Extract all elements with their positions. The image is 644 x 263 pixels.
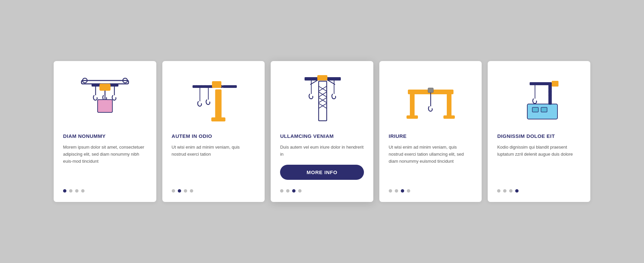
card-1-text: Morem ipsum dolor sit amet, consectetuer… bbox=[63, 144, 147, 180]
dot bbox=[503, 189, 506, 193]
dot bbox=[401, 189, 404, 193]
svg-rect-39 bbox=[407, 115, 418, 119]
card-1-dots bbox=[63, 187, 85, 193]
svg-rect-10 bbox=[215, 90, 221, 120]
dot bbox=[178, 189, 181, 193]
dot bbox=[184, 189, 187, 193]
dot bbox=[190, 189, 193, 193]
card-5-title: DIGNISSIM DOLOE EIT bbox=[497, 133, 555, 140]
svg-rect-51 bbox=[530, 82, 552, 85]
card-4-text: Ut wisi enim ad minim veniam, quis nostr… bbox=[389, 144, 473, 180]
dot bbox=[81, 189, 85, 193]
dot bbox=[172, 189, 175, 193]
svg-rect-0 bbox=[82, 81, 128, 84]
dot bbox=[69, 189, 72, 193]
svg-rect-40 bbox=[443, 115, 455, 119]
card-2-icon bbox=[172, 71, 256, 125]
card-3-icon bbox=[280, 71, 364, 125]
card-3-text: Duis autem vel eum iriure dolor in hendr… bbox=[280, 144, 364, 158]
dot bbox=[298, 189, 302, 193]
card-2-dots bbox=[172, 187, 193, 193]
card-3-title: ULLAMCING VENIAM bbox=[280, 133, 334, 140]
card-2-title: AUTEM IN ODIO bbox=[172, 133, 212, 140]
more-info-button[interactable]: MORE INFO bbox=[280, 165, 364, 180]
dot bbox=[497, 189, 500, 193]
card-3-dots bbox=[280, 187, 302, 193]
svg-rect-52 bbox=[552, 81, 558, 87]
dot bbox=[286, 189, 289, 193]
svg-rect-18 bbox=[212, 81, 221, 88]
card-3: ULLAMCING VENIAM Duis autem vel eum iriu… bbox=[271, 61, 373, 202]
dot bbox=[509, 189, 513, 193]
svg-rect-37 bbox=[410, 94, 415, 118]
dot bbox=[63, 189, 66, 193]
cards-container: DIAM NONUMMY Morem ipsum dolor sit amet,… bbox=[54, 61, 590, 202]
svg-rect-11 bbox=[211, 117, 225, 121]
svg-rect-41 bbox=[428, 88, 433, 93]
card-2: AUTEM IN ODIO Ut wisi enim ad minim veni… bbox=[162, 61, 265, 202]
svg-rect-35 bbox=[317, 75, 327, 81]
svg-rect-38 bbox=[447, 94, 451, 118]
dot bbox=[75, 189, 78, 193]
dot bbox=[395, 189, 398, 193]
svg-rect-44 bbox=[532, 107, 538, 112]
card-2-text: Ut wisi enim ad minim veniam, quis nostr… bbox=[172, 144, 256, 180]
card-4-dots bbox=[389, 187, 410, 193]
svg-rect-5 bbox=[100, 84, 110, 91]
svg-rect-7 bbox=[98, 100, 112, 112]
dot bbox=[389, 189, 392, 193]
dot bbox=[407, 189, 410, 193]
card-5: DIGNISSIM DOLOE EIT Kodio dignissim qui … bbox=[488, 61, 590, 202]
svg-rect-45 bbox=[541, 107, 547, 112]
dot bbox=[515, 189, 519, 193]
card-1-icon bbox=[63, 71, 147, 125]
svg-rect-17 bbox=[223, 85, 237, 88]
card-4-title: IRIURE bbox=[389, 133, 407, 140]
card-4: IRIURE Ut wisi enim ad minim veniam, qui… bbox=[379, 61, 482, 202]
card-5-dots bbox=[497, 187, 519, 193]
card-1: DIAM NONUMMY Morem ipsum dolor sit amet,… bbox=[54, 61, 156, 202]
card-5-text: Kodio dignissim qui blandit praesent lup… bbox=[497, 144, 581, 180]
card-4-icon bbox=[389, 71, 473, 125]
card-5-icon bbox=[497, 71, 581, 125]
dot bbox=[292, 189, 296, 193]
dot bbox=[280, 189, 283, 193]
card-1-title: DIAM NONUMMY bbox=[63, 133, 106, 140]
